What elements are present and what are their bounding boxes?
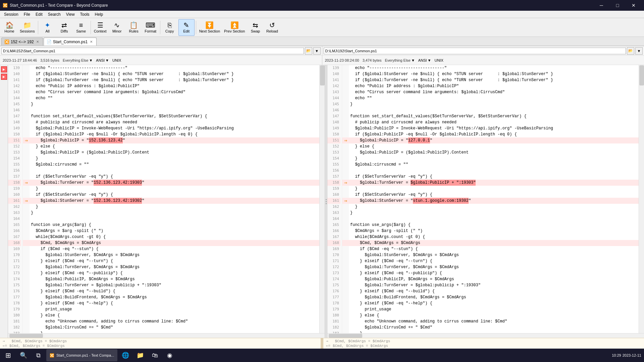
code-line: $global:PublicIP = "127.0.0.1" (349, 137, 639, 143)
menu-session[interactable]: Session (1, 11, 21, 18)
left-path-input[interactable] (1, 48, 304, 54)
menu-file[interactable]: File (21, 11, 33, 18)
tab-close-button2[interactable]: ✕ (89, 40, 94, 44)
minor-button[interactable]: ∿ Minor (109, 19, 125, 36)
title-bar: 🔀 Start_Common.ps1 - Text Compare - Beyo… (0, 0, 644, 11)
left-hscrollbar-thumb[interactable] (9, 334, 43, 338)
left-filter-label: Everything Else (63, 58, 88, 62)
code-line: } (30, 156, 319, 162)
menu-tools[interactable]: Tools (77, 11, 92, 18)
right-hscrollbar[interactable] (327, 333, 644, 338)
swap-button[interactable]: ⇆ Swap (247, 19, 263, 36)
right-scrollbar-thumb[interactable] (639, 65, 644, 85)
left-hscrollbar[interactable] (8, 333, 325, 338)
left-code-scroll[interactable]: echo "-------------------------------" i… (30, 65, 319, 333)
maximize-button[interactable]: □ (610, 0, 625, 11)
left-line-ending: UNIX (112, 58, 121, 62)
same-label: Same (76, 29, 86, 33)
right-path-bar: 📂 ▼ (322, 46, 644, 55)
tab-label2: Start_Common.ps1 (53, 40, 88, 44)
code-line: if ($global:PublicIP -eq $null -Or $glob… (349, 131, 639, 137)
next-section-button[interactable]: ⏬ Next Section (198, 19, 222, 36)
right-browse-button[interactable]: ▼ (635, 47, 643, 55)
sessions-label: Sessions (20, 29, 35, 33)
code-line (349, 168, 639, 174)
right-pane-content: 1391401411421431441451461471481491501511… (327, 65, 644, 333)
diff-marker-2: ▶ (1, 74, 7, 80)
same-button[interactable]: ≡ Same (73, 19, 89, 36)
code-line: while($CmdArgs.count -gt 0) { (349, 234, 639, 240)
right-filter-arrow: ▼ (411, 58, 415, 62)
format-button[interactable]: ⌨ Format (143, 19, 159, 36)
code-line: $global:TurnServer, $CmdArgs = $CmdArgs (349, 264, 639, 270)
right-timestamp: 2023-11-23 08:24:00 (325, 58, 359, 62)
menu-edit[interactable]: Edit (33, 11, 45, 18)
code-line: if ($global:StunServer -ne $null) { echo… (30, 71, 319, 77)
tab-close-button[interactable]: ✕ (35, 40, 40, 44)
all-button[interactable]: ✦ All (40, 19, 56, 36)
code-line: function set_start_default_values($SetTu… (30, 113, 319, 119)
copy-button[interactable]: ⎘ Copy (162, 19, 178, 36)
edit-button[interactable]: ✎ Edit (178, 19, 195, 36)
sessions-button[interactable]: 📁 Sessions (18, 19, 37, 36)
menu-search[interactable]: Search (45, 11, 63, 18)
taskbar-explorer[interactable]: 📁 (133, 349, 148, 362)
taskbar-edge[interactable]: 🌐 (118, 349, 133, 362)
home-button[interactable]: 🏠 Home (1, 19, 17, 36)
right-vscrollbar[interactable] (639, 65, 644, 333)
pane-splitter[interactable] (325, 65, 327, 338)
diffs-button[interactable]: ⇄ Diffs (56, 19, 72, 36)
left-browse-button[interactable]: ▼ (313, 47, 321, 55)
code-line: $global:CirrusCmd += " $Cmd" (30, 324, 319, 330)
left-encoding-section[interactable]: ANSI ▼ (96, 58, 109, 62)
menu-help[interactable]: Help (92, 11, 106, 18)
right-folder-button[interactable]: 📂 (627, 47, 634, 55)
left-folder-button[interactable]: 📂 (305, 47, 312, 55)
code-line: $global:PublicIP, $CmdArgs = $CmdArgs (349, 276, 639, 282)
code-line (349, 216, 639, 222)
taskbar-app-bc[interactable]: 🔀 Start_Common.ps1 - Text Compa... (46, 349, 117, 361)
left-vscrollbar[interactable] (319, 65, 325, 333)
tab-icon: 🔀 (4, 40, 9, 44)
context-button[interactable]: ☰ Context (92, 19, 108, 36)
left-scrollbar-thumb[interactable] (320, 65, 325, 85)
right-filter-section[interactable]: Everything Else ▼ (385, 58, 415, 62)
start-button[interactable]: ⊞ (0, 349, 16, 362)
sessions-icon: 📁 (23, 22, 32, 28)
code-line: if ($global:TurnServer -ne $null) { echo… (30, 77, 319, 83)
prev-section-button[interactable]: ⏫ Prev Section (222, 19, 247, 36)
taskbar-date: 2023-12-11 (623, 353, 641, 357)
right-code-scroll[interactable]: echo "-------------------------------" i… (349, 65, 639, 333)
right-info-bar: 2023-11-23 08:24:00 3,474 bytes Everythi… (322, 56, 644, 65)
taskbar-search[interactable]: 🔍 (16, 349, 31, 362)
app-label: Start_Common.ps1 - Text Compa... (56, 353, 114, 357)
minimize-button[interactable]: ─ (594, 0, 609, 11)
right-path-input[interactable] (324, 48, 626, 54)
title-controls[interactable]: ─ □ ✕ (594, 0, 641, 11)
close-button[interactable]: ✕ (626, 0, 641, 11)
tab-file[interactable]: 📄 Start_Common.ps1 ✕ (44, 38, 97, 46)
right-hscrollbar-thumb[interactable] (329, 334, 362, 338)
code-line: $global:PublicIP = ($global:PublicIP).Co… (30, 149, 319, 156)
context-icon: ☰ (97, 22, 103, 28)
reload-icon: ↺ (269, 22, 275, 28)
swap-label: Swap (251, 29, 260, 33)
tab-comparison[interactable]: 🔀 152 <--> 192 ✕ (1, 38, 43, 46)
code-line: echo "Unknown command, adding to cirrus … (349, 318, 639, 324)
menu-view[interactable]: View (63, 11, 77, 18)
diff-marker-gutter: ▶ ▶ (0, 65, 8, 338)
code-line: echo "-------------------------------" (349, 65, 639, 71)
taskbar-store[interactable]: 🛍 (148, 349, 162, 362)
copy-label: Copy (165, 29, 174, 33)
left-filter-section[interactable]: Everything Else ▼ (63, 58, 93, 62)
taskbar-chrome[interactable]: ◉ (162, 349, 177, 362)
code-line: } elseif ($Cmd -eq "--turn") { (30, 258, 319, 264)
reload-button[interactable]: ↺ Reload (264, 19, 280, 36)
right-encoding-section[interactable]: ANSI ▼ (418, 58, 431, 62)
code-line: echo "Cirrus server command line argumen… (349, 89, 639, 95)
format-label: Format (145, 29, 156, 33)
taskbar-taskview[interactable]: ⧉ (31, 349, 46, 362)
splitter-dot-3 (326, 203, 327, 204)
rules-button[interactable]: 📋 Rules (126, 19, 142, 36)
same-icon: ≡ (79, 22, 83, 28)
